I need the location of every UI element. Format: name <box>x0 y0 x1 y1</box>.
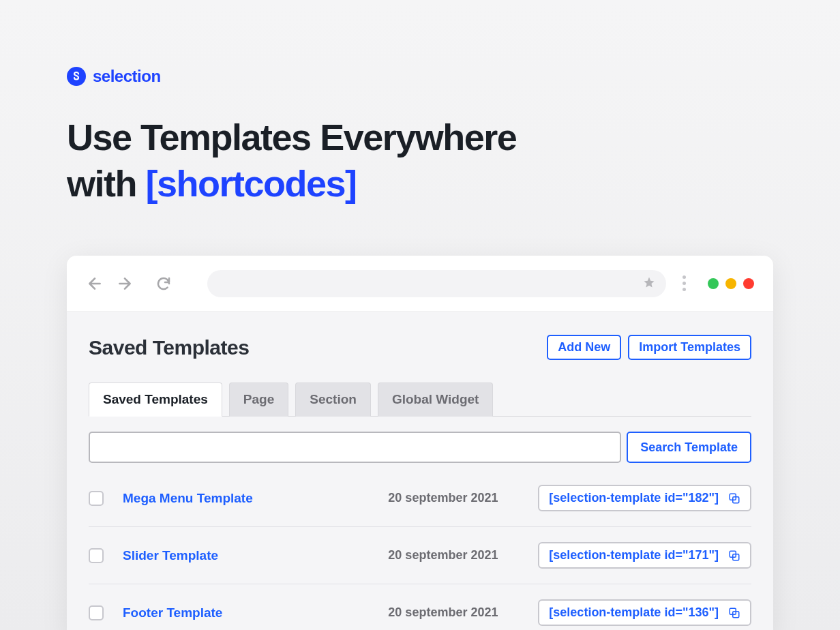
forward-icon[interactable] <box>116 275 134 292</box>
tab-global-widget[interactable]: Global Widget <box>378 382 494 417</box>
template-name-link[interactable]: Mega Menu Template <box>123 491 388 506</box>
table-row: Footer Template 20 september 2021 [selec… <box>89 584 751 630</box>
shortcode-box: [selection-template id="171"] <box>538 542 751 569</box>
template-name-link[interactable]: Slider Template <box>123 548 388 563</box>
add-new-button[interactable]: Add New <box>547 335 621 360</box>
table-row: Slider Template 20 september 2021 [selec… <box>89 527 751 584</box>
traffic-yellow-icon[interactable] <box>725 278 736 289</box>
brand-logo-icon <box>67 67 86 86</box>
row-checkbox[interactable] <box>89 548 104 563</box>
table-row: Mega Menu Template 20 september 2021 [se… <box>89 470 751 527</box>
shortcode-text: [selection-template id="136"] <box>549 605 719 620</box>
tab-section[interactable]: Section <box>295 382 371 417</box>
bookmark-star-icon[interactable] <box>643 276 655 291</box>
traffic-green-icon[interactable] <box>708 278 719 289</box>
url-bar[interactable] <box>207 270 666 297</box>
row-checkbox[interactable] <box>89 491 104 506</box>
hero-title: Use Templates Everywhere with [shortcode… <box>67 115 773 207</box>
search-button[interactable]: Search Template <box>627 432 751 463</box>
page-title: Saved Templates <box>89 336 249 359</box>
copy-icon[interactable] <box>728 550 740 562</box>
browser-window: Saved Templates Add New Import Templates… <box>67 256 773 630</box>
import-templates-button[interactable]: Import Templates <box>628 335 751 360</box>
brand-name: selection <box>93 67 161 86</box>
copy-icon[interactable] <box>728 492 740 505</box>
tab-saved-templates[interactable]: Saved Templates <box>89 382 222 417</box>
browser-toolbar <box>67 256 773 312</box>
reload-icon[interactable] <box>155 275 172 292</box>
template-list: Mega Menu Template 20 september 2021 [se… <box>89 470 751 630</box>
browser-menu-icon[interactable] <box>678 275 690 291</box>
window-traffic-lights <box>708 278 754 289</box>
template-date: 20 september 2021 <box>388 548 538 562</box>
shortcode-text: [selection-template id="182"] <box>549 491 719 505</box>
tabs: Saved Templates Page Section Global Widg… <box>89 382 751 417</box>
template-date: 20 september 2021 <box>388 491 538 505</box>
brand: selection <box>67 67 773 86</box>
shortcode-text: [selection-template id="171"] <box>549 548 719 562</box>
row-checkbox[interactable] <box>89 605 104 620</box>
template-date: 20 september 2021 <box>388 605 538 620</box>
tab-page[interactable]: Page <box>229 382 288 417</box>
shortcode-box: [selection-template id="182"] <box>538 485 751 511</box>
template-name-link[interactable]: Footer Template <box>123 605 388 620</box>
shortcode-box: [selection-template id="136"] <box>538 599 751 626</box>
page-content: Saved Templates Add New Import Templates… <box>67 312 773 630</box>
search-input[interactable] <box>89 432 621 463</box>
back-icon[interactable] <box>86 275 104 292</box>
copy-icon[interactable] <box>728 607 740 619</box>
traffic-red-icon[interactable] <box>743 278 754 289</box>
